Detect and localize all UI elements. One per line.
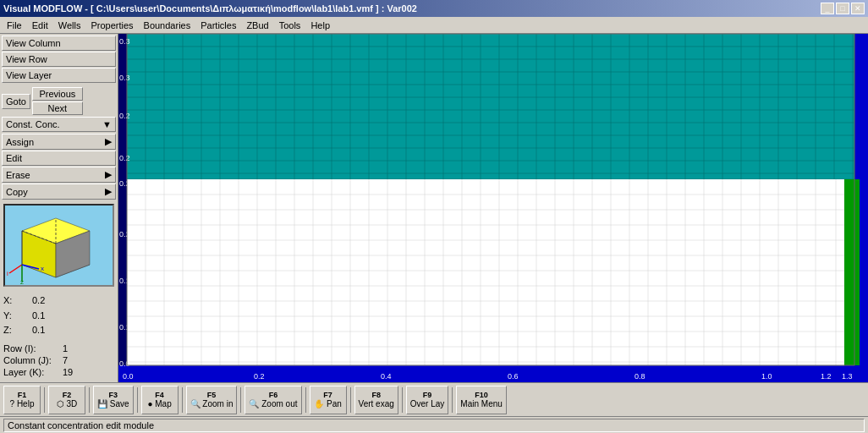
- x-label: X:: [3, 293, 29, 309]
- separator5: [240, 387, 241, 413]
- menu-particles[interactable]: Particles: [195, 19, 241, 32]
- help-button[interactable]: F1 ? Help: [3, 386, 41, 414]
- row-label: Row (I):: [3, 343, 63, 354]
- previous-button[interactable]: Previous: [32, 87, 83, 101]
- menu-edit[interactable]: Edit: [27, 19, 53, 32]
- separator4: [182, 387, 183, 413]
- title-text: Visual MODFLOW - [ C:\Users\user\Documen…: [3, 3, 417, 14]
- grid-info: Row (I): 1 Column (J): 7 Layer (K): 19: [2, 342, 116, 381]
- svg-text:0.1: 0.1: [119, 277, 130, 285]
- maximize-button[interactable]: □: [836, 3, 849, 14]
- status-text: Constant concentration edit module: [3, 419, 865, 432]
- y-label: Y:: [3, 309, 29, 324]
- column-label: Column (J):: [3, 355, 63, 365]
- svg-text:0.2: 0.2: [119, 154, 130, 162]
- svg-rect-123: [118, 34, 127, 365]
- z-label: Z:: [3, 323, 29, 338]
- view-section: View Column View Row View Layer: [2, 36, 116, 84]
- coordinates: X: 0.2 Y: 0.1 Z: 0.1: [2, 290, 116, 342]
- const-conc-label: Const. Conc.: [6, 119, 60, 129]
- svg-text:1.0: 1.0: [761, 372, 772, 381]
- overlay-button[interactable]: F9 Over Lay: [406, 386, 449, 414]
- model-grid-svg: 0.3 0.3 0.2 0.2 0.2 0.2 0.1 0.1 0.0 0.0 …: [118, 34, 868, 382]
- menu-properties[interactable]: Properties: [85, 19, 138, 32]
- arrow-right-icon3: ▶: [105, 186, 112, 197]
- column-value: 7: [63, 355, 68, 365]
- vert-exag-button[interactable]: F8 Vert exag: [354, 386, 398, 414]
- arrow-right-icon: ▶: [105, 136, 112, 147]
- title-bar: Visual MODFLOW - [ C:\Users\user\Documen…: [0, 0, 868, 17]
- menu-wells[interactable]: Wells: [53, 19, 86, 32]
- row-value: 1: [63, 343, 68, 354]
- svg-text:1.3: 1.3: [842, 372, 853, 381]
- status-bar: Constant concentration edit module: [0, 416, 868, 433]
- menu-bar: File Edit Wells Properties Boundaries Pa…: [0, 17, 868, 34]
- bottom-toolbar: F1 ? Help F2 ⬡ 3D F3 💾 Save F4 ● Map F5 …: [0, 382, 868, 416]
- assign-button[interactable]: Assign ▶: [2, 134, 116, 150]
- svg-text:i: i: [7, 270, 8, 277]
- separator: [44, 387, 45, 413]
- goto-row: Goto Previous Next: [2, 87, 116, 115]
- layer-label: Layer (K):: [3, 367, 63, 377]
- svg-text:0.2: 0.2: [119, 112, 130, 120]
- svg-rect-69: [127, 179, 844, 365]
- view-column-button[interactable]: View Column: [2, 36, 116, 51]
- window-controls[interactable]: _ □ ✕: [821, 3, 865, 14]
- view-row-button[interactable]: View Row: [2, 52, 116, 67]
- copy-button[interactable]: Copy ▶: [2, 184, 116, 200]
- svg-text:0.3: 0.3: [119, 37, 130, 46]
- 3d-view: i z x: [3, 204, 114, 287]
- separator9: [452, 387, 453, 413]
- menu-boundaries[interactable]: Boundaries: [139, 19, 196, 32]
- pan-button[interactable]: F7 ✋ Pan: [310, 386, 347, 414]
- svg-rect-15: [127, 34, 854, 179]
- dropdown-arrow-icon: ▼: [102, 119, 112, 129]
- menu-tools[interactable]: Tools: [274, 19, 306, 32]
- svg-text:1.2: 1.2: [821, 372, 832, 381]
- svg-text:0.2: 0.2: [119, 179, 130, 188]
- separator3: [137, 387, 138, 413]
- separator2: [89, 387, 90, 413]
- menu-help[interactable]: Help: [305, 19, 335, 32]
- z-value: 0.1: [32, 323, 45, 338]
- svg-text:0.2: 0.2: [254, 372, 265, 381]
- nav-buttons: Previous Next: [32, 87, 83, 115]
- close-button[interactable]: ✕: [851, 3, 865, 14]
- zoom-out-button[interactable]: F6 🔍 Zoom out: [244, 386, 301, 414]
- left-panel: View Column View Row View Layer Goto Pre…: [0, 34, 118, 382]
- save-button[interactable]: F3 💾 Save: [93, 386, 134, 414]
- separator7: [350, 387, 351, 413]
- 3d-button[interactable]: F2 ⬡ 3D: [48, 386, 85, 414]
- svg-text:0.4: 0.4: [381, 372, 392, 381]
- svg-text:0.0: 0.0: [123, 372, 134, 381]
- separator8: [402, 387, 403, 413]
- main-layout: View Column View Row View Layer Goto Pre…: [0, 34, 868, 382]
- menu-file[interactable]: File: [2, 19, 27, 32]
- layer-value: 19: [63, 367, 73, 377]
- minimize-button[interactable]: _: [821, 3, 834, 14]
- 3d-view-svg: i z x: [5, 206, 107, 287]
- svg-text:0.0: 0.0: [119, 359, 130, 368]
- const-conc-dropdown[interactable]: Const. Conc. ▼: [2, 117, 116, 132]
- canvas-area[interactable]: 0.3 0.3 0.2 0.2 0.2 0.2 0.1 0.1 0.0 0.0 …: [118, 34, 868, 382]
- separator6: [305, 387, 306, 413]
- main-menu-button[interactable]: F10 Main Menu: [456, 386, 506, 414]
- y-value: 0.1: [32, 309, 45, 324]
- zoom-in-button[interactable]: F5 🔍 Zoom in: [186, 386, 238, 414]
- map-button[interactable]: F4 ● Map: [141, 386, 179, 414]
- svg-text:0.1: 0.1: [119, 323, 130, 332]
- svg-rect-124: [844, 179, 860, 365]
- svg-text:0.2: 0.2: [119, 230, 130, 238]
- x-value: 0.2: [32, 293, 45, 309]
- arrow-right-icon2: ▶: [105, 169, 112, 180]
- next-button[interactable]: Next: [32, 101, 83, 115]
- goto-button[interactable]: Goto: [2, 94, 30, 109]
- svg-text:0.3: 0.3: [119, 74, 130, 82]
- menu-zbud[interactable]: ZBud: [241, 19, 273, 32]
- edit-button[interactable]: Edit: [2, 151, 116, 166]
- svg-text:0.6: 0.6: [508, 372, 519, 381]
- svg-text:z: z: [20, 278, 24, 286]
- erase-button[interactable]: Erase ▶: [2, 167, 116, 183]
- view-layer-button[interactable]: View Layer: [2, 68, 116, 83]
- svg-text:0.8: 0.8: [635, 372, 646, 381]
